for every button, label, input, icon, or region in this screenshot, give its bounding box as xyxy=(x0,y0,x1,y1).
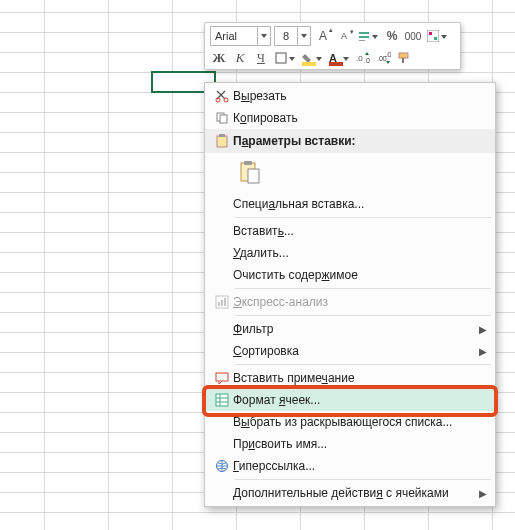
hyperlink-icon xyxy=(211,459,233,473)
font-name-combo[interactable]: Arial xyxy=(210,26,271,46)
menu-format-cells[interactable]: Формат ячеек... xyxy=(205,389,495,411)
menu-separator xyxy=(235,288,491,289)
svg-text:.0: .0 xyxy=(385,52,391,59)
menu-clear-contents[interactable]: Очистить содержимое xyxy=(205,264,495,286)
svg-rect-26 xyxy=(216,373,228,381)
menu-label: Присвоить имя... xyxy=(233,437,487,451)
format-painter-button[interactable] xyxy=(396,49,414,67)
svg-rect-23 xyxy=(218,302,220,306)
svg-rect-17 xyxy=(217,136,227,147)
mini-toolbar: Arial 8 A▴ A▾ % 000 Ж К Ч xyxy=(204,22,461,70)
menu-cut[interactable]: Вырезать xyxy=(205,85,495,107)
format-cells-icon xyxy=(211,393,233,407)
submenu-arrow-icon: ▶ xyxy=(477,488,487,499)
menu-separator xyxy=(235,217,491,218)
svg-rect-20 xyxy=(244,161,252,165)
menu-label: Фильтр xyxy=(233,322,477,336)
svg-rect-0 xyxy=(359,32,369,34)
svg-rect-5 xyxy=(434,37,437,40)
svg-rect-24 xyxy=(221,300,223,306)
menu-pick-from-list[interactable]: Выбрать из раскрывающегося списка... xyxy=(205,411,495,433)
svg-rect-12 xyxy=(402,58,404,63)
fill-color-button[interactable] xyxy=(300,49,324,67)
svg-text:.0: .0 xyxy=(356,54,363,63)
menu-insert[interactable]: Вставить... xyxy=(205,220,495,242)
menu-separator xyxy=(235,315,491,316)
svg-rect-2 xyxy=(359,40,365,41)
paste-icon xyxy=(211,134,233,148)
chevron-down-icon[interactable] xyxy=(297,27,310,45)
comment-icon xyxy=(211,371,233,385)
menu-label: Копировать xyxy=(233,111,487,125)
scissors-icon xyxy=(211,89,233,103)
svg-text:.00: .00 xyxy=(364,57,370,64)
svg-rect-25 xyxy=(224,298,226,306)
menu-more-actions[interactable]: Дополнительные действия с ячейками▶ xyxy=(205,482,495,504)
menu-separator xyxy=(235,479,491,480)
menu-label: Дополнительные действия с ячейками xyxy=(233,486,477,500)
svg-rect-18 xyxy=(219,134,225,137)
svg-rect-27 xyxy=(216,394,228,406)
submenu-arrow-icon: ▶ xyxy=(477,324,487,335)
menu-label: Вставить... xyxy=(233,224,487,238)
menu-paste-options-header: Параметры вставки: xyxy=(205,129,495,153)
menu-label: Экспресс-анализ xyxy=(233,295,487,309)
menu-hyperlink[interactable]: Гиперссылка... xyxy=(205,455,495,477)
submenu-arrow-icon: ▶ xyxy=(477,346,487,357)
svg-rect-4 xyxy=(429,32,432,35)
font-name-value: Arial xyxy=(211,30,257,42)
menu-quick-analysis: Экспресс-анализ xyxy=(205,291,495,313)
increase-decimal-button[interactable]: .00.0 xyxy=(375,49,393,67)
svg-rect-6 xyxy=(276,53,286,63)
menu-insert-comment[interactable]: Вставить примечание xyxy=(205,367,495,389)
accounting-format-button[interactable] xyxy=(356,27,380,45)
font-size-combo[interactable]: 8 xyxy=(274,26,311,46)
menu-define-name[interactable]: Присвоить имя... xyxy=(205,433,495,455)
menu-label: Специальная вставка... xyxy=(233,197,487,211)
percent-format-button[interactable]: % xyxy=(383,27,401,45)
decrease-decimal-button[interactable]: .0.00 xyxy=(354,49,372,67)
bold-button[interactable]: Ж xyxy=(210,49,228,67)
underline-button[interactable]: Ч xyxy=(252,49,270,67)
italic-button[interactable]: К xyxy=(231,49,249,67)
menu-label: Удалить... xyxy=(233,246,487,260)
menu-label: Выбрать из раскрывающегося списка... xyxy=(233,415,487,429)
menu-delete[interactable]: Удалить... xyxy=(205,242,495,264)
conditional-format-button[interactable] xyxy=(425,27,449,45)
menu-separator xyxy=(235,364,491,365)
decrease-font-icon[interactable]: A▾ xyxy=(335,27,353,45)
copy-icon xyxy=(211,111,233,125)
increase-font-icon[interactable]: A▴ xyxy=(314,27,332,45)
svg-rect-3 xyxy=(427,30,439,42)
svg-rect-1 xyxy=(359,36,369,38)
menu-label: Вставить примечание xyxy=(233,371,487,385)
paste-default-button[interactable] xyxy=(235,157,265,187)
font-color-button[interactable]: A xyxy=(327,49,351,67)
menu-filter[interactable]: Фильтр▶ xyxy=(205,318,495,340)
context-menu: Вырезать Копировать Параметры вставки: С… xyxy=(204,82,496,507)
font-size-value: 8 xyxy=(275,30,297,42)
menu-paste-special[interactable]: Специальная вставка... xyxy=(205,193,495,215)
menu-label: Формат ячеек... xyxy=(233,393,487,407)
menu-label: Сортировка xyxy=(233,344,477,358)
svg-point-14 xyxy=(224,98,228,102)
chevron-down-icon[interactable] xyxy=(257,27,270,45)
svg-rect-16 xyxy=(220,115,227,123)
paste-options-row xyxy=(205,153,495,193)
menu-sort[interactable]: Сортировка▶ xyxy=(205,340,495,362)
svg-rect-21 xyxy=(248,169,259,183)
comma-format-button[interactable]: 000 xyxy=(404,27,422,45)
quick-analysis-icon xyxy=(211,295,233,309)
menu-label: Очистить содержимое xyxy=(233,268,487,282)
svg-rect-11 xyxy=(399,53,408,58)
border-button[interactable] xyxy=(273,49,297,67)
menu-label: Гиперссылка... xyxy=(233,459,487,473)
menu-copy[interactable]: Копировать xyxy=(205,107,495,129)
menu-label: Параметры вставки: xyxy=(233,134,487,148)
menu-label: Вырезать xyxy=(233,89,487,103)
